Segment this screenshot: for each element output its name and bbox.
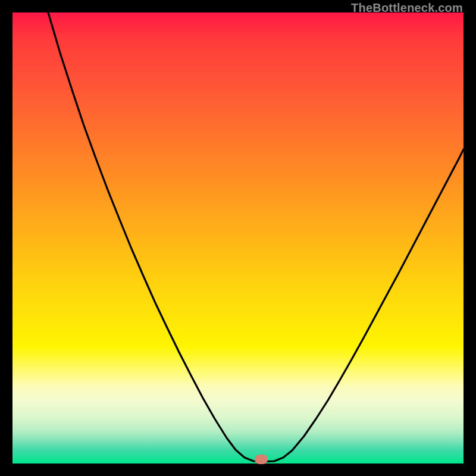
chart-frame: TheBottleneck.com [0,0,476,476]
minimum-marker [255,455,268,464]
bottleneck-curve [12,12,464,464]
attribution-label: TheBottleneck.com [351,1,463,15]
